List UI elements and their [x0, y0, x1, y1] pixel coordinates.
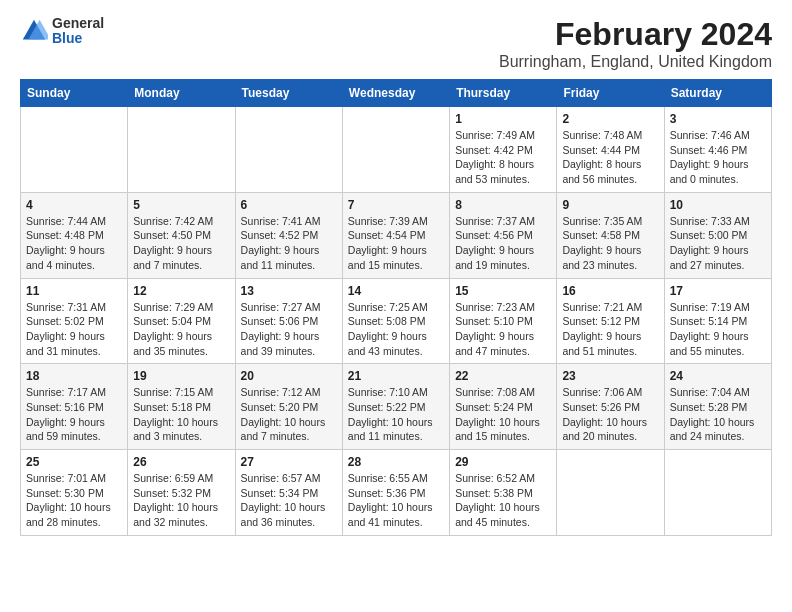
calendar-cell: 23Sunrise: 7:06 AM Sunset: 5:26 PM Dayli… — [557, 364, 664, 450]
calendar-cell — [128, 107, 235, 193]
day-info: Sunrise: 7:42 AM Sunset: 4:50 PM Dayligh… — [133, 214, 229, 273]
day-info: Sunrise: 7:15 AM Sunset: 5:18 PM Dayligh… — [133, 385, 229, 444]
day-info: Sunrise: 6:55 AM Sunset: 5:36 PM Dayligh… — [348, 471, 444, 530]
calendar-week-row: 1Sunrise: 7:49 AM Sunset: 4:42 PM Daylig… — [21, 107, 772, 193]
day-number: 3 — [670, 112, 766, 126]
calendar-cell: 4Sunrise: 7:44 AM Sunset: 4:48 PM Daylig… — [21, 192, 128, 278]
logo-text: General Blue — [52, 16, 104, 47]
day-info: Sunrise: 7:41 AM Sunset: 4:52 PM Dayligh… — [241, 214, 337, 273]
day-number: 5 — [133, 198, 229, 212]
day-info: Sunrise: 7:33 AM Sunset: 5:00 PM Dayligh… — [670, 214, 766, 273]
day-info: Sunrise: 7:46 AM Sunset: 4:46 PM Dayligh… — [670, 128, 766, 187]
day-number: 16 — [562, 284, 658, 298]
calendar-cell — [664, 450, 771, 536]
day-header-monday: Monday — [128, 80, 235, 107]
calendar-week-row: 4Sunrise: 7:44 AM Sunset: 4:48 PM Daylig… — [21, 192, 772, 278]
header: General Blue February 2024 Burringham, E… — [20, 16, 772, 71]
day-number: 8 — [455, 198, 551, 212]
calendar-week-row: 25Sunrise: 7:01 AM Sunset: 5:30 PM Dayli… — [21, 450, 772, 536]
day-number: 1 — [455, 112, 551, 126]
calendar-cell: 19Sunrise: 7:15 AM Sunset: 5:18 PM Dayli… — [128, 364, 235, 450]
calendar-cell: 24Sunrise: 7:04 AM Sunset: 5:28 PM Dayli… — [664, 364, 771, 450]
day-number: 18 — [26, 369, 122, 383]
day-info: Sunrise: 7:37 AM Sunset: 4:56 PM Dayligh… — [455, 214, 551, 273]
day-number: 26 — [133, 455, 229, 469]
calendar-cell: 12Sunrise: 7:29 AM Sunset: 5:04 PM Dayli… — [128, 278, 235, 364]
day-info: Sunrise: 7:29 AM Sunset: 5:04 PM Dayligh… — [133, 300, 229, 359]
day-header-sunday: Sunday — [21, 80, 128, 107]
calendar-cell: 5Sunrise: 7:42 AM Sunset: 4:50 PM Daylig… — [128, 192, 235, 278]
day-number: 19 — [133, 369, 229, 383]
day-header-thursday: Thursday — [450, 80, 557, 107]
day-info: Sunrise: 7:21 AM Sunset: 5:12 PM Dayligh… — [562, 300, 658, 359]
calendar-cell: 21Sunrise: 7:10 AM Sunset: 5:22 PM Dayli… — [342, 364, 449, 450]
calendar-cell: 16Sunrise: 7:21 AM Sunset: 5:12 PM Dayli… — [557, 278, 664, 364]
day-number: 27 — [241, 455, 337, 469]
day-number: 11 — [26, 284, 122, 298]
day-number: 6 — [241, 198, 337, 212]
calendar-cell: 3Sunrise: 7:46 AM Sunset: 4:46 PM Daylig… — [664, 107, 771, 193]
day-info: Sunrise: 7:44 AM Sunset: 4:48 PM Dayligh… — [26, 214, 122, 273]
day-number: 13 — [241, 284, 337, 298]
day-info: Sunrise: 7:17 AM Sunset: 5:16 PM Dayligh… — [26, 385, 122, 444]
logo-icon — [20, 17, 48, 45]
day-number: 25 — [26, 455, 122, 469]
calendar-cell: 26Sunrise: 6:59 AM Sunset: 5:32 PM Dayli… — [128, 450, 235, 536]
calendar-cell: 17Sunrise: 7:19 AM Sunset: 5:14 PM Dayli… — [664, 278, 771, 364]
day-info: Sunrise: 6:59 AM Sunset: 5:32 PM Dayligh… — [133, 471, 229, 530]
calendar-cell: 14Sunrise: 7:25 AM Sunset: 5:08 PM Dayli… — [342, 278, 449, 364]
calendar-header-row: SundayMondayTuesdayWednesdayThursdayFrid… — [21, 80, 772, 107]
logo-general-text: General — [52, 16, 104, 31]
day-number: 17 — [670, 284, 766, 298]
day-info: Sunrise: 6:57 AM Sunset: 5:34 PM Dayligh… — [241, 471, 337, 530]
day-number: 20 — [241, 369, 337, 383]
day-number: 23 — [562, 369, 658, 383]
calendar-cell: 15Sunrise: 7:23 AM Sunset: 5:10 PM Dayli… — [450, 278, 557, 364]
day-header-tuesday: Tuesday — [235, 80, 342, 107]
day-number: 15 — [455, 284, 551, 298]
day-number: 9 — [562, 198, 658, 212]
title-area: February 2024 Burringham, England, Unite… — [499, 16, 772, 71]
calendar-body: 1Sunrise: 7:49 AM Sunset: 4:42 PM Daylig… — [21, 107, 772, 536]
calendar-cell: 7Sunrise: 7:39 AM Sunset: 4:54 PM Daylig… — [342, 192, 449, 278]
logo-blue-text: Blue — [52, 31, 104, 46]
calendar-cell: 8Sunrise: 7:37 AM Sunset: 4:56 PM Daylig… — [450, 192, 557, 278]
day-header-wednesday: Wednesday — [342, 80, 449, 107]
calendar-cell: 2Sunrise: 7:48 AM Sunset: 4:44 PM Daylig… — [557, 107, 664, 193]
calendar-cell — [235, 107, 342, 193]
day-info: Sunrise: 7:27 AM Sunset: 5:06 PM Dayligh… — [241, 300, 337, 359]
calendar-cell: 13Sunrise: 7:27 AM Sunset: 5:06 PM Dayli… — [235, 278, 342, 364]
day-number: 28 — [348, 455, 444, 469]
calendar-cell — [557, 450, 664, 536]
day-header-friday: Friday — [557, 80, 664, 107]
calendar-cell — [21, 107, 128, 193]
day-number: 14 — [348, 284, 444, 298]
day-info: Sunrise: 7:48 AM Sunset: 4:44 PM Dayligh… — [562, 128, 658, 187]
calendar-cell: 20Sunrise: 7:12 AM Sunset: 5:20 PM Dayli… — [235, 364, 342, 450]
day-info: Sunrise: 7:23 AM Sunset: 5:10 PM Dayligh… — [455, 300, 551, 359]
main-title: February 2024 — [499, 16, 772, 53]
day-info: Sunrise: 7:04 AM Sunset: 5:28 PM Dayligh… — [670, 385, 766, 444]
calendar-cell: 9Sunrise: 7:35 AM Sunset: 4:58 PM Daylig… — [557, 192, 664, 278]
day-number: 4 — [26, 198, 122, 212]
day-info: Sunrise: 7:31 AM Sunset: 5:02 PM Dayligh… — [26, 300, 122, 359]
logo: General Blue — [20, 16, 104, 47]
calendar-cell: 29Sunrise: 6:52 AM Sunset: 5:38 PM Dayli… — [450, 450, 557, 536]
day-number: 12 — [133, 284, 229, 298]
day-info: Sunrise: 7:49 AM Sunset: 4:42 PM Dayligh… — [455, 128, 551, 187]
calendar-cell: 28Sunrise: 6:55 AM Sunset: 5:36 PM Dayli… — [342, 450, 449, 536]
day-info: Sunrise: 7:39 AM Sunset: 4:54 PM Dayligh… — [348, 214, 444, 273]
day-header-saturday: Saturday — [664, 80, 771, 107]
day-number: 7 — [348, 198, 444, 212]
day-number: 29 — [455, 455, 551, 469]
calendar-cell: 6Sunrise: 7:41 AM Sunset: 4:52 PM Daylig… — [235, 192, 342, 278]
day-info: Sunrise: 7:35 AM Sunset: 4:58 PM Dayligh… — [562, 214, 658, 273]
day-info: Sunrise: 6:52 AM Sunset: 5:38 PM Dayligh… — [455, 471, 551, 530]
day-number: 21 — [348, 369, 444, 383]
day-number: 22 — [455, 369, 551, 383]
day-number: 10 — [670, 198, 766, 212]
calendar-cell: 25Sunrise: 7:01 AM Sunset: 5:30 PM Dayli… — [21, 450, 128, 536]
day-info: Sunrise: 7:08 AM Sunset: 5:24 PM Dayligh… — [455, 385, 551, 444]
calendar-cell: 11Sunrise: 7:31 AM Sunset: 5:02 PM Dayli… — [21, 278, 128, 364]
subtitle: Burringham, England, United Kingdom — [499, 53, 772, 71]
